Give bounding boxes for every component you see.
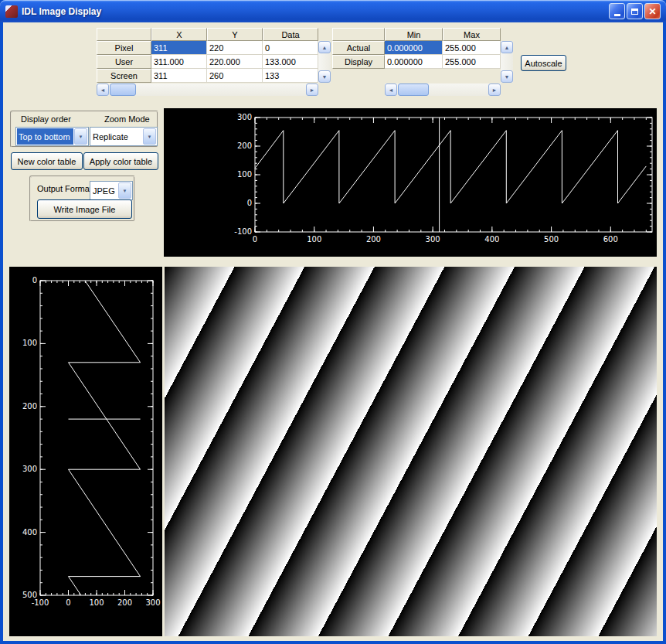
maximize-icon — [631, 9, 638, 15]
cell-screen-y[interactable]: 260 — [207, 69, 263, 83]
svg-text:100: 100 — [89, 598, 104, 607]
scroll-up-button[interactable]: ▲ — [501, 41, 513, 53]
column-header-x: X — [151, 28, 207, 41]
svg-text:300: 300 — [22, 465, 37, 473]
cell-display-min[interactable]: 0.000000 — [385, 55, 443, 69]
svg-text:0: 0 — [253, 235, 257, 244]
scroll-left-icon: ◄ — [389, 87, 394, 93]
main-image[interactable] — [165, 267, 657, 636]
row-header-pixel: Pixel — [97, 41, 151, 55]
scroll-left-button[interactable]: ◄ — [385, 83, 397, 96]
column-header-max: Max — [443, 28, 501, 41]
svg-text:200: 200 — [117, 598, 132, 607]
row-header-user: User — [97, 55, 151, 69]
svg-text:300: 300 — [426, 235, 440, 244]
row-header-display: Display — [332, 55, 385, 69]
position-table-vscroll[interactable]: ▲ ▼ — [318, 41, 331, 83]
title-bar[interactable]: IDL Image Display ✕ — [0, 0, 666, 22]
new-color-table-button[interactable]: New color table — [11, 152, 83, 170]
column-profile-plot[interactable]: -10001002003000100200300400500 — [9, 267, 162, 636]
cell-pixel-data[interactable]: 0 — [263, 41, 318, 55]
svg-text:-100: -100 — [32, 598, 49, 607]
scroll-down-icon: ▼ — [322, 74, 328, 80]
svg-text:200: 200 — [366, 235, 381, 244]
scroll-down-button[interactable]: ▼ — [501, 70, 513, 83]
app-window: IDL Image Display ✕ X Y Data Pixel 311 2… — [0, 0, 666, 644]
output-format-label: Output Format — [37, 184, 92, 193]
minimize-button[interactable] — [609, 3, 625, 19]
output-format-select[interactable]: JPEG ▼ — [90, 181, 133, 200]
autoscale-button[interactable]: Autoscale — [521, 55, 566, 71]
scroll-down-icon: ▼ — [505, 74, 510, 80]
row-header-actual: Actual — [332, 41, 385, 55]
range-table: Min Max Actual 0.000000 255.000 Display … — [332, 28, 501, 69]
close-icon: ✕ — [648, 7, 656, 16]
cell-actual-min[interactable]: 0.000000 — [385, 41, 443, 55]
output-group: Output Format JPEG ▼ Write Image File — [29, 175, 135, 222]
cell-user-x[interactable]: 311.000 — [151, 55, 207, 69]
svg-text:400: 400 — [484, 235, 499, 244]
range-table-vscroll[interactable]: ▲ ▼ — [501, 41, 513, 83]
position-table-hscroll[interactable]: ◄ ► — [97, 83, 318, 96]
svg-text:300: 300 — [145, 598, 160, 607]
range-table-hscroll[interactable]: ◄ ► — [385, 83, 501, 96]
cell-user-y[interactable]: 220.000 — [207, 55, 263, 69]
display-order-value: Top to bottom — [17, 128, 73, 145]
svg-text:500: 500 — [22, 591, 37, 599]
position-table: X Y Data Pixel 311 220 0 User 311.000 22… — [97, 28, 318, 83]
scroll-down-button[interactable]: ▼ — [318, 70, 331, 83]
svg-text:0: 0 — [66, 598, 70, 607]
column-header-y: Y — [207, 28, 263, 41]
zoom-mode-value: Replicate — [91, 128, 142, 145]
column-header-min: Min — [385, 28, 443, 41]
svg-text:100: 100 — [307, 235, 321, 244]
window-controls: ✕ — [607, 3, 661, 19]
close-button[interactable]: ✕ — [644, 3, 661, 19]
display-order-select[interactable]: Top to bottom ▼ — [15, 127, 89, 146]
scroll-right-button[interactable]: ► — [306, 83, 318, 96]
scroll-right-icon: ► — [492, 87, 498, 93]
chevron-down-icon[interactable]: ▼ — [118, 182, 131, 199]
scroll-up-button[interactable]: ▲ — [318, 41, 331, 53]
cell-user-data[interactable]: 133.000 — [263, 55, 318, 69]
window-title: IDL Image Display — [22, 6, 101, 17]
svg-text:200: 200 — [237, 141, 252, 150]
output-format-value: JPEG — [91, 182, 117, 199]
scroll-right-icon: ► — [310, 87, 315, 93]
cell-display-max[interactable]: 255.000 — [443, 55, 501, 69]
hscroll-thumb[interactable] — [398, 83, 429, 96]
cell-screen-x[interactable]: 311 — [151, 69, 207, 83]
zoom-mode-select[interactable]: Replicate ▼ — [90, 127, 158, 146]
cell-pixel-y[interactable]: 220 — [207, 41, 263, 55]
range-table-corner — [332, 28, 385, 41]
svg-text:0: 0 — [32, 276, 37, 285]
scroll-left-icon: ◄ — [100, 87, 106, 93]
chevron-down-icon[interactable]: ▼ — [74, 128, 87, 145]
svg-text:100: 100 — [237, 170, 252, 179]
row-profile-plot[interactable]: 0100200300400500600-1000100200300 — [164, 108, 657, 257]
svg-text:-100: -100 — [234, 227, 252, 236]
app-icon — [5, 5, 18, 18]
hscroll-thumb[interactable] — [110, 83, 136, 96]
cell-actual-max[interactable]: 255.000 — [443, 41, 501, 55]
svg-text:500: 500 — [544, 235, 559, 244]
svg-text:100: 100 — [22, 339, 37, 347]
svg-text:0: 0 — [247, 199, 252, 207]
minimize-icon — [614, 14, 620, 16]
svg-text:200: 200 — [22, 402, 37, 411]
apply-color-table-button[interactable]: Apply color table — [83, 152, 158, 170]
svg-text:400: 400 — [22, 528, 37, 537]
maximize-button[interactable] — [627, 3, 643, 19]
chevron-down-icon[interactable]: ▼ — [143, 128, 156, 145]
write-image-file-button[interactable]: Write Image File — [37, 199, 132, 219]
scroll-up-icon: ▲ — [505, 45, 510, 50]
position-table-corner — [97, 28, 151, 41]
window-content: X Y Data Pixel 311 220 0 User 311.000 22… — [3, 22, 663, 641]
svg-text:600: 600 — [603, 235, 618, 244]
display-order-label: Display order — [21, 114, 71, 124]
cell-pixel-x[interactable]: 311 — [151, 41, 207, 55]
scroll-left-button[interactable]: ◄ — [97, 83, 109, 96]
scroll-up-icon: ▲ — [322, 45, 328, 50]
scroll-right-button[interactable]: ► — [488, 83, 501, 96]
cell-screen-data[interactable]: 133 — [263, 69, 318, 83]
